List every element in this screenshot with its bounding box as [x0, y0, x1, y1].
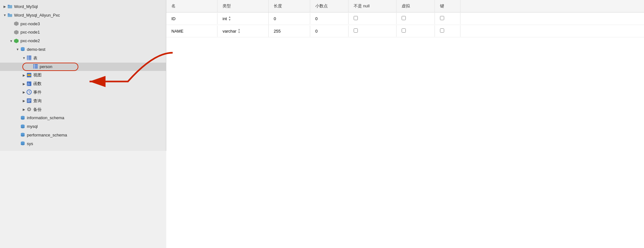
notnull-checkbox[interactable]: [354, 28, 358, 33]
svg-line-29: [29, 92, 30, 93]
sidebar-item-label: 查询: [33, 98, 42, 105]
database-icon: [20, 132, 26, 138]
expand-arrow[interactable]: ▶: [22, 73, 26, 78]
expand-arrow: [9, 21, 13, 27]
sidebar-item-shijian[interactable]: ▶ 事件: [0, 88, 166, 97]
sidebar-item-beifen[interactable]: ▶ 备份: [0, 105, 166, 114]
cell-key[interactable]: [435, 13, 460, 24]
cell-length: 0: [269, 13, 310, 24]
sidebar-item-label: information_schema: [27, 115, 64, 121]
folder-open-icon: [7, 12, 13, 18]
sidebar-item-chaxun[interactable]: ▶ 查询: [0, 97, 166, 105]
sidebar-item-label: sys: [27, 141, 33, 147]
svg-point-10: [21, 48, 25, 50]
database-icon: [20, 124, 26, 130]
svg-marker-6: [14, 39, 19, 43]
node-green-icon: [13, 38, 19, 44]
type-value: varchar: [223, 29, 236, 34]
key-checkbox[interactable]: [440, 28, 444, 33]
cell-notnull[interactable]: [349, 25, 397, 37]
sidebar-item-person[interactable]: person: [0, 63, 166, 71]
sidebar-item-shitu[interactable]: ▶ 视图: [0, 71, 166, 80]
type-spinner[interactable]: ▲▼: [238, 28, 240, 34]
table-header: 名 类型 长度 小数点 不是 null 虚拟 键: [166, 0, 644, 12]
query-icon: [26, 98, 32, 104]
sidebar-item-label: Word_MySql: [14, 4, 38, 10]
svg-marker-4: [14, 21, 19, 26]
sidebar-item-pxc-node1[interactable]: pxc-node1: [0, 28, 166, 37]
node-gray-icon: [13, 30, 19, 35]
type-value: int: [223, 16, 227, 21]
view-icon: [26, 73, 32, 78]
svg-marker-5: [14, 30, 19, 35]
virtual-checkbox[interactable]: [402, 16, 406, 20]
sidebar-item-demo-test[interactable]: ▼ demo-test: [0, 45, 166, 54]
sidebar-item-biao[interactable]: ▼ 表: [0, 54, 166, 63]
sidebar-item-sys[interactable]: sys: [0, 140, 166, 148]
cell-type: varchar ▲▼: [217, 25, 269, 37]
cell-notnull[interactable]: [349, 13, 397, 24]
database-icon: [20, 115, 26, 121]
table-icon: [33, 64, 38, 70]
sidebar-item-word-mysql[interactable]: ▶ Word_MySql: [0, 3, 166, 11]
cell-virtual[interactable]: [397, 25, 435, 37]
svg-point-42: [21, 127, 25, 128]
cell-length: 255: [269, 26, 310, 37]
expand-arrow[interactable]: ▶: [22, 107, 26, 112]
expand-arrow[interactable]: ▶: [22, 98, 26, 104]
sidebar-item-label: demo-test: [27, 46, 45, 53]
sidebar-item-performance-schema[interactable]: performance_schema: [0, 131, 166, 140]
col-header-virtual: 虚拟: [397, 0, 435, 12]
sidebar-item-label: mysql: [27, 123, 38, 130]
expand-arrow[interactable]: ▶: [22, 90, 26, 95]
sidebar-item-mysql[interactable]: mysql: [0, 122, 166, 131]
backup-icon: [26, 107, 32, 112]
col-header-decimal: 小数点: [310, 0, 349, 12]
svg-rect-1: [8, 5, 10, 6]
table-category-icon: [26, 55, 32, 61]
table-row[interactable]: ID int ▲▼ 0 0: [166, 12, 644, 25]
sidebar-item-pxc-node3[interactable]: pxc-node3: [0, 20, 166, 28]
function-icon: fx: [26, 81, 32, 87]
cell-key[interactable]: [435, 25, 460, 37]
key-checkbox[interactable]: [440, 16, 444, 20]
col-header-length: 长度: [269, 0, 310, 12]
sidebar-item-label: Word_Mysql_Aliyun_Pxc: [14, 12, 60, 19]
expand-arrow[interactable]: ▼: [15, 47, 20, 52]
sidebar-item-label: 备份: [33, 106, 42, 113]
database-icon: [20, 141, 26, 147]
main-content: 名 类型 长度 小数点 不是 null 虚拟 键 ID int ▲▼ 0 0: [166, 0, 644, 248]
expand-arrow[interactable]: ▼: [3, 13, 7, 18]
cell-name: NAME: [166, 26, 217, 37]
cell-virtual[interactable]: [397, 13, 435, 24]
sidebar-item-label: 函数: [33, 81, 42, 87]
svg-point-36: [28, 108, 30, 110]
cell-type: int ▲▼: [217, 12, 269, 25]
sidebar-item-information-schema[interactable]: information_schema: [0, 114, 166, 122]
expand-arrow: [15, 133, 20, 138]
cell-name: ID: [166, 13, 217, 24]
sidebar[interactable]: ▶ Word_MySql ▼ Word_Mysql_Aliyun_Pxc pxc…: [0, 0, 166, 151]
col-header-key: 键: [435, 0, 460, 12]
expand-arrow[interactable]: ▶: [22, 81, 26, 87]
folder-icon: [7, 4, 13, 10]
sidebar-item-label: pxc-node1: [20, 29, 40, 36]
svg-point-48: [21, 144, 25, 145]
sidebar-item-pxc-node2[interactable]: ▼ pxc-node2: [0, 37, 166, 45]
sidebar-item-label: 视图: [33, 72, 42, 79]
expand-arrow: [28, 64, 33, 69]
table-row[interactable]: NAME varchar ▲▼ 255 0: [166, 25, 644, 37]
sidebar-item-label: person: [40, 64, 52, 70]
expand-arrow[interactable]: ▼: [22, 56, 26, 61]
sidebar-item-hanshu[interactable]: ▶ fx 函数: [0, 80, 166, 88]
virtual-checkbox[interactable]: [402, 28, 406, 33]
expand-arrow[interactable]: ▶: [3, 4, 7, 9]
type-spinner[interactable]: ▲▼: [228, 16, 231, 21]
table-view: 名 类型 长度 小数点 不是 null 虚拟 键 ID int ▲▼ 0 0: [166, 0, 644, 37]
expand-arrow[interactable]: ▼: [9, 39, 13, 44]
sidebar-item-label: pxc-node2: [20, 38, 40, 44]
notnull-checkbox[interactable]: [354, 16, 358, 20]
sidebar-item-word-mysql-aliyun[interactable]: ▼ Word_Mysql_Aliyun_Pxc: [0, 11, 166, 20]
svg-point-45: [21, 135, 25, 137]
expand-arrow: [15, 141, 20, 146]
